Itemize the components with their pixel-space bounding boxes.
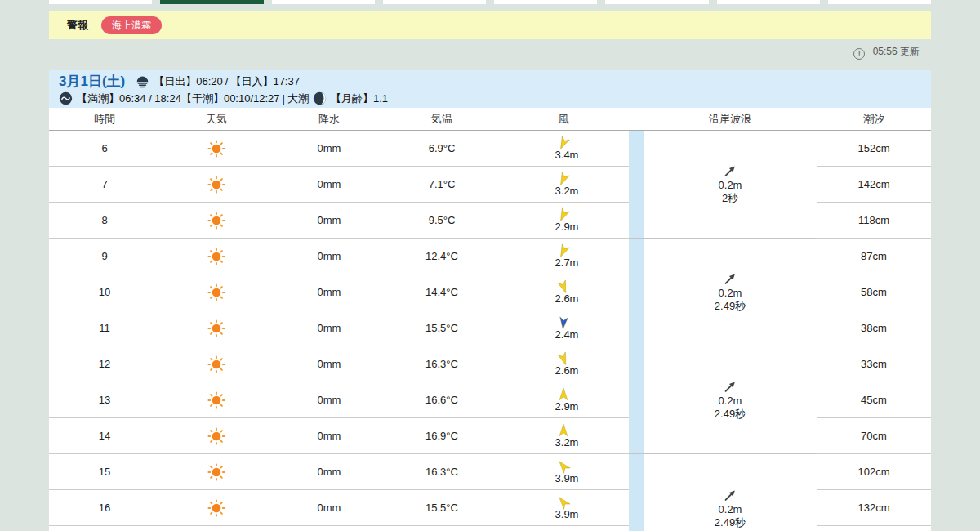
alert-badge-marine-fog[interactable]: 海上濃霧: [101, 16, 162, 34]
wind-cell: 2.6m: [498, 346, 629, 382]
precip-cell: 0mm: [273, 131, 385, 166]
weather-cell: [160, 274, 273, 310]
wind-cell: 2.9m: [498, 203, 629, 238]
top-tab[interactable]: [49, 0, 152, 4]
sunrise-value: 06:20: [196, 75, 223, 87]
moon-age-value: 1.1: [373, 92, 388, 105]
weather-cell: [160, 346, 273, 382]
forecast-table: 時間天気降水気温風沿岸波浪潮汐 6 0mm6.9°C 3.4m7 0mm7.1°…: [49, 108, 931, 531]
low-tide-label: 【干潮】: [181, 91, 224, 106]
tide-cell: 152cm: [817, 131, 931, 167]
tide-cell: 142cm: [817, 167, 931, 203]
table-row: 8 0mm9.5°C 2.9m: [49, 203, 629, 239]
wind-speed: 3.4m: [555, 149, 579, 161]
time-cell: 16: [49, 490, 160, 525]
arrow-up-right-icon: [723, 163, 737, 178]
sunny-icon: [207, 283, 225, 301]
column-header: 沿岸波浪: [709, 108, 751, 130]
wind-speed: 3.9m: [555, 472, 579, 484]
low-tide-value: 00:10/12:27: [224, 92, 280, 105]
temp-cell: 16.3°C: [385, 454, 498, 489]
precip-cell: 0mm: [273, 382, 385, 417]
wind-cell: 2.4m: [498, 310, 629, 346]
sunny-icon: [207, 319, 225, 337]
top-tab[interactable]: [494, 0, 597, 4]
temp-cell: 15.5°C: [385, 310, 498, 346]
time-cell: 13: [49, 382, 160, 417]
column-header: 気温: [431, 108, 452, 130]
time-cell: 14: [49, 418, 160, 453]
top-tab[interactable]: [828, 0, 931, 4]
tide-cell: 132cm: [817, 490, 931, 526]
tide-cell: 33cm: [817, 346, 931, 382]
sun-separator: /: [225, 75, 229, 87]
wind-cell: 3.4m: [498, 131, 629, 166]
table-row: 6 0mm6.9°C 3.4m: [49, 131, 629, 167]
alert-label: 警報: [67, 18, 88, 33]
precip-cell: 0mm: [273, 490, 385, 525]
moon-age-label: 【月齢】: [331, 91, 373, 106]
wind-speed: 2.7m: [555, 257, 579, 269]
wind-speed: 3.2m: [555, 436, 579, 448]
wind-speed: 2.9m: [555, 221, 579, 233]
column-header: 風: [559, 108, 569, 130]
top-tab-active[interactable]: [160, 0, 263, 4]
sunrise-label: 【日出】: [154, 74, 196, 89]
temp-cell: 16.6°C: [385, 382, 498, 417]
tide-divider: |: [283, 92, 285, 105]
time-cell: 11: [49, 310, 160, 346]
wave-period: 2.49秒: [715, 516, 746, 529]
top-tab[interactable]: [605, 0, 708, 4]
wind-cell: 3.2m: [498, 167, 629, 202]
sunny-icon: [207, 248, 225, 266]
wave-height: 0.2m: [719, 395, 742, 408]
tide-cell: 38cm: [817, 310, 931, 346]
temp-cell: 14.4°C: [385, 274, 498, 310]
tide-cell: 70cm: [817, 418, 931, 454]
temp-cell: 7.1°C: [385, 167, 498, 202]
weather-cell: [160, 310, 273, 346]
time-cell: 6: [49, 131, 160, 166]
time-cell: 8: [49, 203, 160, 238]
update-label: 更新: [900, 46, 920, 57]
column-header: 降水: [318, 108, 340, 130]
weather-cell: [160, 167, 273, 202]
top-tab[interactable]: [383, 0, 486, 4]
info-icon: !: [853, 48, 865, 60]
table-row: 11 0mm15.5°C 2.4m: [49, 310, 629, 346]
table-row: 7 0mm7.1°C 3.2m: [49, 167, 629, 203]
weather-cell: [160, 203, 273, 238]
precip-cell: 0mm: [273, 310, 385, 346]
wind-speed: 2.6m: [555, 364, 579, 377]
top-tab-strip: [49, 0, 931, 4]
sunrise-icon: [136, 74, 149, 88]
sunny-icon: [207, 355, 225, 373]
top-tab[interactable]: [272, 0, 375, 4]
table-header-row: 時間天気降水気温風沿岸波浪潮汐: [49, 108, 931, 131]
update-info: ! 05:56 更新: [0, 45, 920, 60]
temp-cell: 9.5°C: [385, 203, 498, 238]
wind-cell: 3.9m: [498, 490, 629, 525]
wave-height: 0.2m: [719, 287, 742, 300]
wind-cell: 3.9m: [498, 454, 629, 489]
tide-column: 152cm142cm118cm87cm58cm38cm33cm45cm70cm1…: [817, 131, 931, 526]
date-title: 3月1日(土): [59, 72, 125, 91]
table-row: 14 0mm16.9°C 3.2m: [49, 418, 629, 454]
column-header: 天気: [206, 108, 227, 130]
wave-height: 0.2m: [719, 179, 742, 192]
day-header-line-1: 3月1日(土) 【日出】 06:20 / 【日入】 17:37: [59, 73, 931, 90]
tide-wave-icon: [59, 91, 73, 105]
top-tab[interactable]: [717, 0, 820, 4]
tide-cell: 102cm: [817, 454, 931, 490]
high-tide-value: 06:34 / 18:24: [119, 92, 181, 105]
wind-speed: 2.9m: [555, 400, 579, 413]
wave-group-cell: 0.2m2.49秒: [629, 454, 817, 531]
precip-cell: 0mm: [273, 239, 385, 274]
precip-cell: 0mm: [273, 418, 385, 453]
table-body-left: 6 0mm6.9°C 3.4m7 0mm7.1°C 3.2m8 0mm9.5°C…: [49, 131, 629, 526]
time-cell: 12: [49, 346, 160, 382]
time-cell: 9: [49, 239, 160, 274]
precip-cell: 0mm: [273, 203, 385, 238]
wind-speed: 2.4m: [555, 328, 579, 341]
high-tide-label: 【満潮】: [77, 91, 119, 106]
